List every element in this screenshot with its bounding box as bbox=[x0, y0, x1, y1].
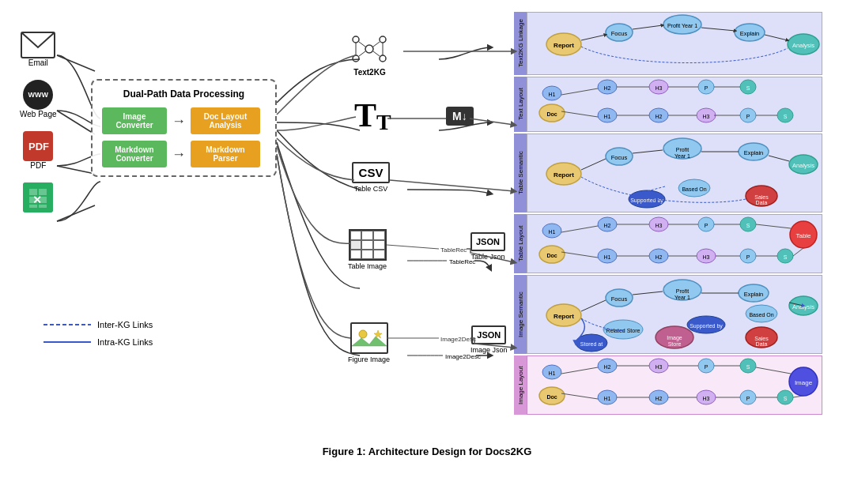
image-converter-box: ImageConverter bbox=[102, 107, 167, 134]
svg-text:H1: H1 bbox=[549, 229, 556, 235]
dual-path-title: Dual-Path Data Processing bbox=[102, 88, 266, 100]
svg-text:Table: Table bbox=[795, 232, 811, 239]
excel-source: ✕ bbox=[20, 182, 57, 213]
svg-text:Supported by: Supported by bbox=[690, 323, 723, 329]
dp-row-top: ImageConverter → Doc LayoutAnalysis bbox=[102, 107, 266, 134]
svg-text:Report: Report bbox=[554, 42, 574, 49]
svg-text:Sales: Sales bbox=[754, 194, 769, 200]
svg-text:Profit: Profit bbox=[676, 147, 689, 152]
svg-text:H3: H3 bbox=[656, 223, 663, 228]
excel-icon: ✕ bbox=[23, 182, 53, 213]
svg-line-2 bbox=[57, 166, 95, 174]
svg-text:P: P bbox=[746, 114, 750, 119]
markdown-icon: M↓ bbox=[446, 107, 474, 126]
svg-line-22 bbox=[359, 42, 365, 47]
table-layout-graph: Doc H1 H2 H3 P S H1 H2 bbox=[527, 214, 822, 273]
figure-image-section: Figure Image bbox=[348, 322, 390, 363]
svg-text:S: S bbox=[784, 396, 788, 401]
svg-text:S: S bbox=[784, 114, 788, 119]
svg-text:Year 1: Year 1 bbox=[675, 153, 690, 159]
svg-text:P: P bbox=[705, 364, 709, 370]
webpage-source: WWW Web Page bbox=[20, 80, 57, 118]
text2kg-linkage-panel: Text2KG Linkage Report Focus Profit Year… bbox=[514, 12, 822, 75]
svg-line-25 bbox=[373, 51, 380, 56]
text2kg-section: Text2KG bbox=[348, 30, 391, 77]
image-layout-graph: Doc H1 H2 H3 P S H1 H2 bbox=[527, 355, 822, 415]
figure-caption: Figure 1: Architecture Design for Docs2K… bbox=[16, 444, 838, 458]
svg-text:H2: H2 bbox=[604, 223, 611, 228]
legend-dashed-item: Inter-KG Links bbox=[43, 320, 153, 329]
text-large-icon: TT bbox=[354, 99, 391, 134]
arrow-2: → bbox=[172, 146, 186, 163]
svg-text:H1: H1 bbox=[604, 114, 611, 119]
svg-text:H3: H3 bbox=[703, 114, 710, 119]
svg-text:Profit: Profit bbox=[676, 288, 689, 294]
svg-point-17 bbox=[365, 45, 373, 53]
svg-text:Image: Image bbox=[795, 379, 813, 386]
text2kg-linkage-label: Text2KG Linkage bbox=[514, 12, 527, 75]
svg-text:Explain: Explain bbox=[740, 30, 760, 37]
svg-text:H1: H1 bbox=[549, 92, 556, 97]
svg-text:H2: H2 bbox=[656, 396, 663, 401]
legend-dashed-label: Inter-KG Links bbox=[97, 320, 153, 329]
svg-line-119 bbox=[561, 226, 598, 232]
svg-line-92 bbox=[769, 156, 789, 161]
svg-line-154 bbox=[581, 300, 606, 311]
text2kg-linkage-graph: Report Focus Profit Year 1 Explain Analy… bbox=[527, 12, 822, 75]
svg-text:Analysis: Analysis bbox=[792, 303, 814, 310]
solid-line-icon bbox=[43, 339, 91, 345]
svg-line-1 bbox=[57, 111, 95, 134]
text-layout-panel: Text Layout Doc H1 H2 H3 bbox=[514, 77, 822, 132]
svg-line-24 bbox=[359, 51, 365, 56]
svg-line-62 bbox=[561, 111, 598, 117]
svg-line-181 bbox=[561, 393, 598, 399]
svg-line-3 bbox=[57, 205, 95, 221]
markdown-output-section: M↓ bbox=[446, 107, 474, 126]
image-semantic-graph: Report Focus Profit Year 1 Explain Analy… bbox=[527, 275, 822, 354]
svg-line-90 bbox=[633, 150, 663, 153]
table-image-section: Table Image bbox=[348, 229, 387, 270]
svg-line-128 bbox=[793, 248, 803, 256]
kg-panels: Text2KG Linkage Report Focus Profit Year… bbox=[514, 12, 822, 415]
svg-text:✕: ✕ bbox=[32, 194, 42, 206]
svg-point-20 bbox=[353, 55, 359, 62]
figure-image-label: Figure Image bbox=[348, 355, 390, 363]
svg-text:H3: H3 bbox=[703, 396, 710, 401]
svg-text:S: S bbox=[784, 254, 788, 260]
svg-text:Data: Data bbox=[756, 200, 768, 205]
svg-text:H1: H1 bbox=[604, 254, 611, 260]
svg-text:H2: H2 bbox=[604, 85, 611, 91]
svg-text:S: S bbox=[746, 223, 750, 228]
table-layout-panel: Table Layout Doc H1 H2 H3 P S bbox=[514, 214, 822, 273]
markdown-parser-box: MarkdownParser bbox=[191, 141, 260, 167]
svg-text:H3: H3 bbox=[656, 85, 663, 91]
svg-line-63 bbox=[561, 88, 598, 95]
table-semantic-label: Table Semantic bbox=[514, 134, 527, 213]
table-image-label: Table Image bbox=[348, 262, 387, 270]
caption-text: Figure 1: Architecture Design for Docs2K… bbox=[323, 446, 532, 457]
pdf-source: PDF PDF bbox=[20, 131, 57, 170]
pdf-icon: PDF bbox=[23, 131, 53, 161]
image-semantic-label: Image Semantic bbox=[514, 275, 527, 354]
svg-text:Based On: Based On bbox=[682, 186, 706, 192]
svg-text:Profit Year 1: Profit Year 1 bbox=[667, 23, 697, 28]
svg-text:Year 1: Year 1 bbox=[675, 295, 690, 300]
svg-text:P: P bbox=[746, 396, 750, 401]
image-json-section: JSON Image Json bbox=[470, 325, 508, 354]
dual-path-box: Dual-Path Data Processing ImageConverter… bbox=[91, 79, 277, 177]
svg-line-191 bbox=[793, 396, 803, 397]
json-table-icon: JSON bbox=[470, 232, 505, 251]
svg-text:S: S bbox=[746, 85, 750, 91]
diagram-wrapper: TableRec Image2Desc Email bbox=[16, 8, 838, 466]
webpage-label: Web Page bbox=[20, 110, 57, 118]
svg-text:Supported by: Supported by bbox=[630, 197, 663, 204]
text2kg-icon bbox=[348, 30, 391, 68]
svg-text:Doc: Doc bbox=[546, 394, 557, 400]
svg-text:Store: Store bbox=[668, 341, 682, 347]
svg-text:Focus: Focus bbox=[611, 295, 628, 303]
svg-text:S: S bbox=[746, 364, 750, 370]
legend-solid-item: Intra-KG Links bbox=[43, 337, 153, 347]
csv-section: CSV Table CSV bbox=[352, 162, 390, 193]
svg-line-182 bbox=[561, 367, 598, 374]
svg-text:Explain: Explain bbox=[744, 291, 764, 298]
